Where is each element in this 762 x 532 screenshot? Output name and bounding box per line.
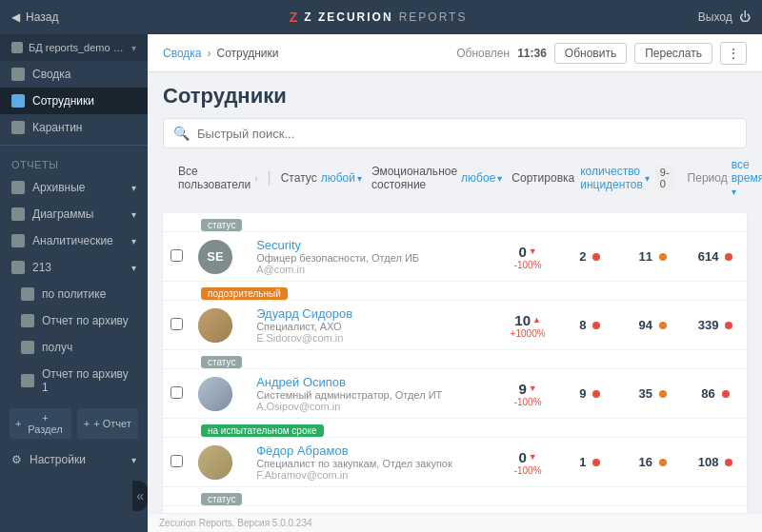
metric-number: 0 — [518, 244, 526, 260]
metric-change: -100% — [505, 260, 551, 270]
poluch-icon — [21, 341, 34, 354]
incident-1-value: 2 — [579, 249, 586, 264]
incident-3-dot — [725, 322, 732, 329]
incident-1-value: 1 — [579, 455, 586, 469]
filter-emotion-value[interactable]: любое ▾ — [461, 171, 502, 185]
sidebar-divider — [0, 145, 148, 146]
subheader-right: Обновлен 11:36 Обновить Переслать ⋮ — [456, 42, 747, 65]
sidebar-collapse-button[interactable]: « — [132, 481, 148, 511]
incidents-col1: 2 — [558, 232, 621, 282]
sidebar-item-svodnaya[interactable]: Сводка — [0, 61, 148, 88]
analytics-chevron — [131, 236, 136, 246]
employee-name[interactable]: Security — [256, 238, 490, 252]
sidebar-item-sotrudniki[interactable]: Сотрудники — [0, 88, 148, 114]
metric-cell: 0 ▼ -100% — [497, 232, 559, 282]
incident-2-value: 35 — [638, 386, 652, 401]
incident-3: 339 — [692, 318, 739, 332]
sidebar-policy-label: по политике — [42, 287, 106, 301]
search-input[interactable] — [197, 127, 736, 141]
incident-3-value: 86 — [701, 386, 714, 401]
chart-icon — [11, 68, 25, 81]
sidebar-poluch-label: получ — [42, 341, 72, 354]
employee-info-cell: Сергей Воробьёв Бухгалтер, Бухгалтерия S… — [249, 506, 497, 514]
period-chevron-icon: ▾ — [732, 187, 736, 197]
tag-label: на испытательном сроке — [201, 424, 324, 437]
sidebar-item-archive-report-1[interactable]: Отчет по архиву 1 — [0, 361, 148, 401]
sidebar-item-diagrams[interactable]: Диаграммы — [0, 201, 148, 227]
row-checkbox[interactable] — [170, 455, 183, 467]
employee-name[interactable]: Андрей Осипов — [256, 375, 490, 389]
checkbox-cell — [163, 232, 190, 282]
row-checkbox[interactable] — [170, 249, 183, 262]
refresh-button[interactable]: Обновить — [554, 43, 627, 64]
incident-1: 2 — [566, 249, 613, 264]
incident-3-value: 108 — [698, 455, 719, 469]
incident-3: 614 — [692, 249, 739, 264]
folder-icon — [11, 181, 25, 194]
sidebar-item-archive[interactable]: Архивные — [0, 174, 148, 201]
employee-position: Специалист по закупкам, Отдел закупок — [256, 458, 490, 469]
sidebar-item-213[interactable]: 213 — [0, 254, 148, 281]
back-button[interactable]: ◀ Назад — [11, 10, 58, 24]
checkbox-cell — [163, 301, 190, 350]
archive-chevron — [131, 183, 136, 193]
logout-button[interactable]: Выход ⏻ — [698, 10, 751, 24]
employee-name[interactable]: Эдуард Сидоров — [256, 306, 490, 321]
period-area: Период все время ▾ — [688, 158, 762, 198]
filter-all-users[interactable]: Все пользователи › — [178, 165, 258, 191]
add-report-button[interactable]: + + Отчет — [77, 408, 139, 439]
breadcrumb-home[interactable]: Сводка — [163, 47, 202, 60]
add-section-button[interactable]: + + Раздел — [10, 408, 71, 439]
period-value[interactable]: все время ▾ — [732, 158, 762, 198]
employee-name[interactable]: Фёдор Абрамов — [256, 443, 490, 458]
filter-all-label: Все пользователи — [178, 165, 251, 191]
incidents-col3: 108 — [684, 438, 747, 487]
sidebar-item-policy[interactable]: по политике — [0, 281, 148, 307]
more-menu-button[interactable]: ⋮ — [720, 42, 747, 65]
metric-number: 0 — [518, 449, 526, 465]
archive-report1-icon — [21, 374, 34, 387]
sidebar-item-archive-report[interactable]: Отчет по архиву — [0, 307, 148, 334]
sidebar-item-settings[interactable]: ⚙ Настройки — [0, 446, 148, 473]
filter-status-value[interactable]: любой ▾ — [321, 171, 362, 185]
incident-2: 35 — [629, 386, 676, 401]
sidebar-213-label: 213 — [32, 261, 51, 274]
incidents-col3: 339 — [684, 301, 747, 350]
sidebar-db-selector[interactable]: БД reports_demo (gammi — [0, 34, 148, 61]
logout-label: Выход — [698, 10, 732, 24]
emotion-chevron-icon: ▾ — [497, 173, 502, 184]
incident-3-value: 339 — [698, 318, 719, 332]
incident-2-dot — [659, 390, 667, 398]
sort-chevron-icon: ▾ — [645, 173, 650, 184]
incident-2-dot — [659, 322, 667, 329]
filter-emotion: Эмоциональное состояние любое ▾ — [371, 165, 502, 191]
forward-button[interactable]: Переслать — [634, 43, 712, 64]
incidents-col1: 6 — [558, 506, 621, 514]
breadcrumb-separator: › — [208, 47, 211, 60]
sidebar-archive-label: Архивные — [32, 181, 86, 194]
row-checkbox[interactable] — [170, 318, 183, 330]
filter-right: Сортировка количество инцидентов ▾ 9-0 — [511, 165, 673, 191]
updated-label: Обновлен — [456, 47, 510, 60]
employee-email: A@com.in — [256, 264, 490, 275]
metric-cell: 0 ▼ -100% — [497, 438, 559, 487]
diagram-icon — [11, 207, 25, 221]
back-arrow-icon: ◀ — [11, 10, 20, 24]
sort-label: Сортировка — [511, 171, 574, 185]
employee-avatar-cell — [190, 369, 249, 419]
sort-order-button[interactable]: 9-0 — [655, 166, 674, 190]
metric-number: 9 — [518, 381, 526, 397]
sort-value-selector[interactable]: количество инцидентов ▾ — [580, 165, 650, 191]
incident-1: 9 — [566, 386, 613, 401]
settings-chevron-icon — [131, 455, 136, 465]
gear-icon: ⚙ — [11, 453, 22, 466]
sidebar-item-analytics[interactable]: Аналитические — [0, 227, 148, 254]
metric-change: +1000% — [505, 328, 551, 339]
metric-cell: 9 ▼ -100% — [497, 369, 559, 419]
metric-cell: 0 ▼ -100% — [497, 506, 559, 514]
sidebar-archive-report-label: Отчет по архиву — [42, 314, 129, 327]
row-checkbox[interactable] — [170, 386, 183, 399]
sidebar-item-poluch[interactable]: получ — [0, 334, 148, 361]
employee-position: Офицер безопасности, Отдел ИБ — [256, 252, 490, 264]
sidebar-item-karantin[interactable]: Карантин — [0, 114, 148, 141]
